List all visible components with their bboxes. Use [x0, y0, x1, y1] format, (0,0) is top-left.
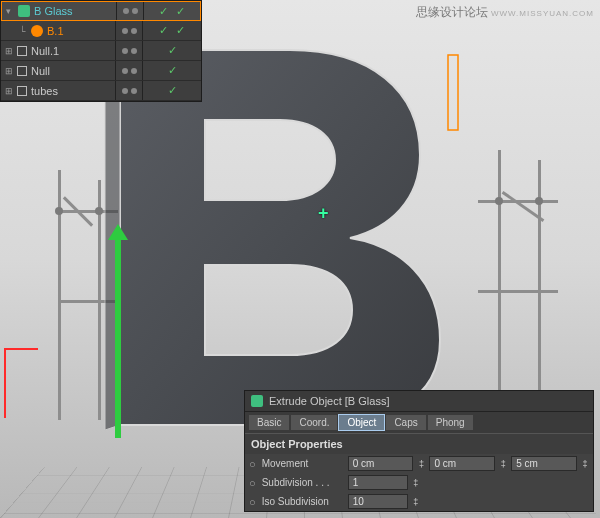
- object-row-bglass[interactable]: ▾ B Glass ✓✓: [1, 1, 201, 21]
- movement-x-input[interactable]: [348, 456, 414, 471]
- tab-caps[interactable]: Caps: [386, 415, 425, 430]
- object-row-null1[interactable]: ⊞ Null.1 ✓: [1, 41, 201, 61]
- object-name: Null.1: [31, 45, 59, 57]
- movement-label: Movement: [262, 458, 344, 469]
- iso-label: Iso Subdivision: [262, 496, 344, 507]
- object-name: B.1: [47, 25, 64, 37]
- layer-dots[interactable]: [115, 41, 143, 60]
- object-name: B Glass: [34, 5, 73, 17]
- watermark-cn: 思缘设计论坛: [416, 5, 488, 19]
- object-row-tubes[interactable]: ⊞ tubes ✓: [1, 81, 201, 101]
- axis-y-arrow: [115, 238, 121, 438]
- null-icon: [17, 86, 27, 96]
- layer-dots[interactable]: [115, 21, 143, 40]
- expand-icon[interactable]: ▾: [6, 6, 14, 16]
- spinner-icon[interactable]: ‡: [417, 459, 425, 469]
- cursor-crosshair: +: [318, 203, 329, 224]
- attribute-title-bar: Extrude Object [B Glass]: [245, 391, 593, 412]
- prop-iso-row: ○ Iso Subdivision ‡: [245, 492, 593, 511]
- attribute-title: Extrude Object [B Glass]: [269, 395, 389, 407]
- tab-basic[interactable]: Basic: [249, 415, 289, 430]
- visibility-check-icon[interactable]: ✓: [168, 84, 177, 97]
- spinner-icon[interactable]: ‡: [412, 478, 420, 488]
- object-manager-panel[interactable]: ▾ B Glass ✓✓ └ B.1 ✓✓ ⊞ Null.1 ✓ ⊞ Null …: [0, 0, 202, 102]
- watermark: 思缘设计论坛 WWW.MISSYUAN.COM: [416, 4, 594, 21]
- section-header: Object Properties: [245, 433, 593, 454]
- spinner-icon[interactable]: ‡: [499, 459, 507, 469]
- layer-dots[interactable]: [116, 2, 144, 20]
- extrude-icon: [18, 5, 30, 17]
- watermark-en: WWW.MISSYUAN.COM: [491, 9, 594, 18]
- expand-icon[interactable]: ⊞: [5, 86, 13, 96]
- render-check-icon[interactable]: ✓: [176, 24, 185, 37]
- visibility-check-icon[interactable]: ✓: [159, 24, 168, 37]
- layer-dots[interactable]: [115, 81, 143, 100]
- null-icon: [17, 66, 27, 76]
- spinner-icon[interactable]: ‡: [412, 497, 420, 507]
- subdivision-input[interactable]: [348, 475, 408, 490]
- attribute-manager-panel[interactable]: Extrude Object [B Glass] Basic Coord. Ob…: [244, 390, 594, 512]
- expand-icon[interactable]: ⊞: [5, 46, 13, 56]
- object-name: Null: [31, 65, 50, 77]
- object-name: tubes: [31, 85, 58, 97]
- visibility-check-icon[interactable]: ✓: [168, 44, 177, 57]
- null-icon: [17, 46, 27, 56]
- expand-icon[interactable]: ⊞: [5, 66, 13, 76]
- axis-marker-red: [4, 348, 38, 418]
- tab-object[interactable]: Object: [339, 415, 384, 430]
- spline-icon: [31, 25, 43, 37]
- object-row-null[interactable]: ⊞ Null ✓: [1, 61, 201, 81]
- layer-dots[interactable]: [115, 61, 143, 80]
- leaf-icon: └: [19, 26, 27, 36]
- tab-phong[interactable]: Phong: [428, 415, 473, 430]
- spinner-icon[interactable]: ‡: [581, 459, 589, 469]
- render-check-icon[interactable]: ✓: [176, 5, 185, 18]
- movement-z-input[interactable]: [511, 456, 577, 471]
- iso-input[interactable]: [348, 494, 408, 509]
- movement-y-input[interactable]: [429, 456, 495, 471]
- extrude-icon: [251, 395, 263, 407]
- svg-rect-0: [448, 55, 458, 130]
- subdivision-label: Subdivision . . .: [262, 477, 344, 488]
- prop-subdivision-row: ○ Subdivision . . . ‡: [245, 473, 593, 492]
- visibility-check-icon[interactable]: ✓: [168, 64, 177, 77]
- attribute-tabs: Basic Coord. Object Caps Phong: [245, 412, 593, 433]
- prop-movement-row: ○ Movement ‡ ‡ ‡: [245, 454, 593, 473]
- object-row-b1[interactable]: └ B.1 ✓✓: [1, 21, 201, 41]
- tab-coord[interactable]: Coord.: [291, 415, 337, 430]
- visibility-check-icon[interactable]: ✓: [159, 5, 168, 18]
